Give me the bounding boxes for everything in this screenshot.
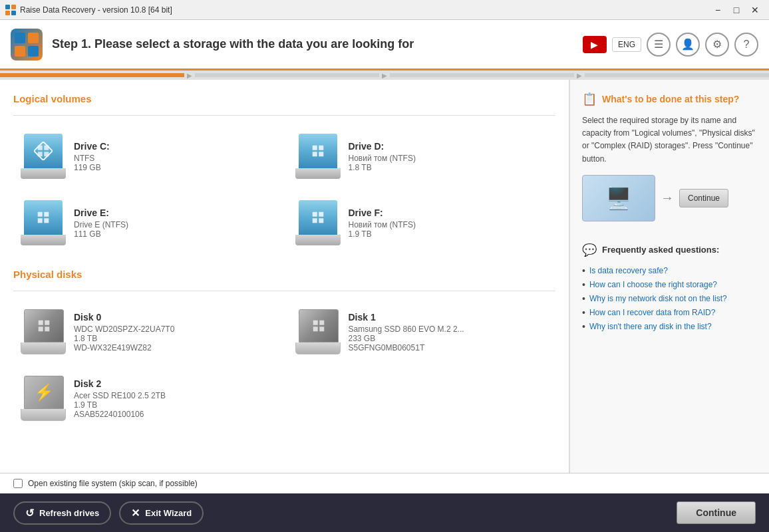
disk-0-icon — [21, 309, 66, 354]
drive-f-info: Drive F: Новий том (NTFS) 1.9 TB — [349, 207, 549, 239]
disk-2-name: Disk 2 — [74, 378, 274, 389]
top-bar: Step 1. Please select a storage with the… — [0, 20, 769, 70]
drive-d-fs: Новий том (NTFS) — [349, 154, 549, 163]
svg-rect-26 — [39, 327, 43, 331]
help-section: 📋 What's to be done at this step? Select… — [582, 92, 757, 232]
svg-rect-14 — [312, 152, 317, 156]
svg-rect-4 — [15, 33, 25, 43]
refresh-drives-button[interactable]: ↺ Refresh drives — [13, 501, 111, 525]
app-logo — [11, 29, 43, 61]
svg-rect-10 — [38, 152, 43, 156]
drive-c-fs: NTFS — [74, 154, 274, 163]
disk-0-serial: WD-WX32E419WZ82 — [74, 343, 274, 352]
faq-section: 💬 Frequently asked questions: Is data re… — [582, 243, 757, 334]
progress-step-1 — [0, 73, 184, 77]
left-panel: Logical volumes — [0, 80, 569, 473]
continue-main-button[interactable]: Continue — [677, 501, 756, 524]
faq-item-2[interactable]: Why is my network disk not on the list? — [582, 292, 757, 306]
svg-rect-27 — [45, 327, 49, 331]
settings-button[interactable]: ⚙ — [705, 33, 729, 57]
svg-rect-23 — [319, 218, 323, 223]
disk-2-size: 1.9 TB — [74, 400, 274, 410]
subscriptions-icon: ☰ — [654, 38, 663, 51]
help-icon: ? — [744, 39, 750, 51]
svg-rect-22 — [312, 218, 317, 223]
disk-2-icon: ⚡ — [21, 376, 66, 421]
drive-f-fs: Новий том (NTFS) — [349, 220, 549, 229]
minimize-button[interactable]: − — [709, 3, 726, 17]
app-icon — [5, 5, 16, 15]
drive-c-item[interactable]: Drive C: NTFS 119 GB — [13, 126, 281, 186]
skip-scan-checkbox[interactable] — [13, 479, 23, 488]
svg-rect-0 — [5, 5, 10, 9]
disk-0-item[interactable]: Disk 0 WDC WD20SPZX-22UA7T0 1.8 TB WD-WX… — [13, 302, 281, 362]
disk-1-model: Samsung SSD 860 EVO M.2 2... — [349, 325, 549, 334]
disk-1-size: 233 GB — [349, 334, 549, 343]
svg-rect-21 — [319, 212, 323, 217]
svg-rect-12 — [312, 146, 317, 150]
drive-e-name: Drive E: — [74, 207, 274, 218]
language-button[interactable]: ENG — [612, 37, 641, 52]
svg-rect-3 — [11, 11, 16, 15]
drive-d-item[interactable]: Drive D: Новий том (NTFS) 1.8 TB — [288, 126, 556, 186]
disk-1-info: Disk 1 Samsung SSD 860 EVO M.2 2... 233 … — [349, 312, 549, 352]
faq-item-1[interactable]: How can I choose the right storage? — [582, 278, 757, 292]
checkbox-area: Open existing file system (skip scan, if… — [0, 473, 769, 493]
help-button[interactable]: ? — [734, 33, 758, 57]
footer: ↺ Refresh drives ✕ Exit Wizard Continue — [0, 493, 769, 532]
book-icon: 📋 — [582, 92, 597, 106]
subscriptions-button[interactable]: ☰ — [647, 33, 671, 57]
faq-item-0[interactable]: Is data recovery safe? — [582, 264, 757, 278]
close-button[interactable]: ✕ — [746, 3, 764, 17]
drive-d-size: 1.8 TB — [349, 163, 549, 172]
drive-f-item[interactable]: Drive F: Новий том (NTFS) 1.9 TB — [288, 193, 556, 253]
maximize-button[interactable]: □ — [728, 3, 745, 17]
drive-e-item[interactable]: Drive E: Drive E (NTFS) 111 GB — [13, 193, 281, 253]
main-content: Logical volumes — [0, 80, 769, 473]
title-bar: Raise Data Recovery - version 10.8 [64 b… — [0, 0, 769, 20]
youtube-button[interactable]: ▶ — [583, 36, 607, 53]
drive-e-info: Drive E: Drive E (NTFS) 111 GB — [74, 207, 274, 239]
disk-1-icon — [295, 309, 341, 354]
disk-1-name: Disk 1 — [349, 312, 549, 323]
skip-scan-label: Open existing file system (skip scan, if… — [28, 479, 198, 488]
disk-0-model: WDC WD20SPZX-22UA7T0 — [74, 325, 274, 334]
svg-rect-17 — [44, 212, 49, 217]
svg-rect-6 — [15, 46, 25, 57]
faq-title: 💬 Frequently asked questions: — [582, 243, 757, 257]
window-controls: − □ ✕ — [709, 3, 764, 17]
help-image: 🖥️ — [582, 175, 655, 221]
exit-wizard-button[interactable]: ✕ Exit Wizard — [119, 501, 204, 525]
faq-item-4[interactable]: Why isn't there any disk in the list? — [582, 320, 757, 334]
continue-small-button[interactable]: Continue — [679, 189, 728, 207]
svg-rect-30 — [313, 327, 317, 331]
refresh-drives-label: Refresh drives — [39, 508, 99, 518]
help-text: Select the required storage by its name … — [582, 114, 757, 166]
top-bar-actions: ▶ ENG ☰ 👤 ⚙ ? — [583, 33, 758, 57]
svg-rect-28 — [313, 321, 317, 325]
step-title: Step 1. Please select a storage with the… — [52, 37, 583, 51]
svg-rect-31 — [319, 327, 324, 331]
drive-c-name: Drive C: — [74, 141, 274, 152]
svg-rect-13 — [319, 146, 323, 150]
step-label: Step 1. — [52, 37, 91, 51]
settings-icon: ⚙ — [712, 38, 722, 51]
arrow-right-icon: → — [661, 190, 674, 205]
drive-e-fs: Drive E (NTFS) — [74, 220, 274, 229]
svg-rect-1 — [11, 5, 16, 9]
disk-0-name: Disk 0 — [74, 312, 274, 323]
account-icon: 👤 — [681, 38, 694, 51]
drive-e-icon — [21, 200, 66, 245]
progress-bar: ▶ ▶ ▶ — [0, 70, 769, 80]
progress-arrow-2: ▶ — [379, 70, 390, 80]
progress-arrow-3: ▶ — [574, 70, 585, 80]
disk-1-item[interactable]: Disk 1 Samsung SSD 860 EVO M.2 2... 233 … — [288, 302, 556, 362]
svg-rect-29 — [319, 321, 324, 325]
account-button[interactable]: 👤 — [676, 33, 700, 57]
disk-2-model: Acer SSD RE100 2.5 2TB — [74, 391, 274, 400]
help-illustration: 🖥️ → Continue — [582, 175, 757, 221]
disk-2-item[interactable]: ⚡ Disk 2 Acer SSD RE100 2.5 2TB 1.9 TB A… — [13, 368, 281, 428]
disk-0-size: 1.8 TB — [74, 334, 274, 343]
svg-rect-20 — [312, 212, 317, 217]
faq-item-3[interactable]: How can I recover data from RAID? — [582, 306, 757, 320]
